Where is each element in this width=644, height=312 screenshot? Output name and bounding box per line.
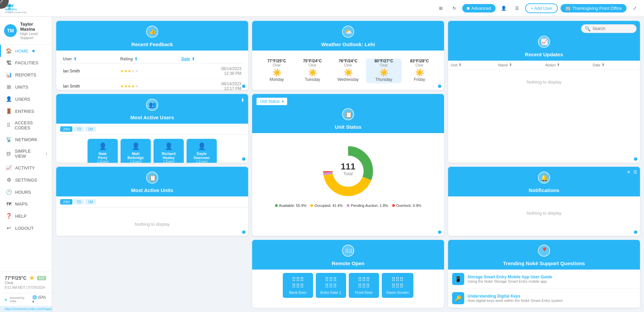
- advanced-dot: [467, 7, 470, 10]
- refresh-icon[interactable]: ↻: [449, 3, 460, 14]
- svg-text:smart entry: smart entry: [5, 8, 17, 11]
- top-navigation: nokē smart entry BY JANUS INTERNATIONAL …: [0, 0, 644, 15]
- svg-text:BY JANUS INTERNATIONAL: BY JANUS INTERNATIONAL: [5, 11, 27, 13]
- office-label: Thanksgiving Point Office: [572, 6, 622, 11]
- question-mark-icon: ?: [0, 0, 3, 5]
- list-icon[interactable]: ☰: [512, 3, 522, 14]
- add-user-button[interactable]: + Add User: [525, 3, 558, 13]
- users-icon[interactable]: 👤: [498, 3, 509, 14]
- logo: nokē smart entry BY JANUS INTERNATIONAL: [4, 2, 51, 15]
- office-button[interactable]: 🏢 Thanksgiving Point Office: [561, 4, 626, 12]
- expand-icon[interactable]: ⤢: [629, 3, 640, 14]
- office-icon: 🏢: [565, 6, 571, 11]
- advanced-button[interactable]: Advanced: [462, 4, 496, 12]
- svg-point-5: [8, 7, 11, 10]
- top-nav-icons: ⊞ ↻ Advanced 👤 ☰ + Add User 🏢 Thanksgivi…: [435, 3, 640, 14]
- advanced-label: Advanced: [471, 6, 491, 11]
- add-user-label: + Add User: [531, 6, 552, 11]
- grid-view-icon[interactable]: ⊞: [435, 3, 446, 14]
